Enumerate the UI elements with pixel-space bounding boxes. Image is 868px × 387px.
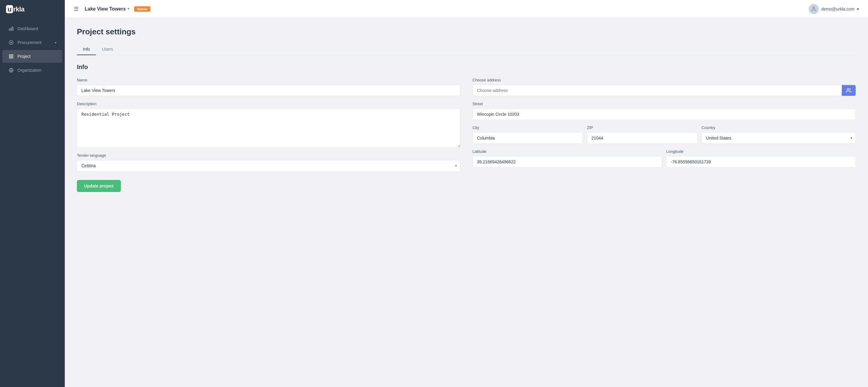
name-input[interactable] (77, 85, 461, 96)
address-input-wrapper (472, 85, 856, 96)
tender-language-group: Tender language Čeština English Deutsch … (77, 153, 461, 172)
svg-point-12 (847, 88, 849, 90)
update-project-button[interactable]: Update project (77, 180, 121, 192)
longitude-input[interactable] (666, 156, 856, 168)
city-label: City (472, 125, 583, 130)
longitude-group: Longitude (666, 149, 856, 168)
latitude-input[interactable] (472, 156, 662, 168)
project-name-text: Lake View Towers (85, 6, 126, 12)
sidebar-item-dashboard[interactable]: Dashboard (2, 22, 62, 35)
page-title: Project settings (77, 27, 856, 36)
name-group: Name (77, 78, 461, 96)
chevron-down-icon: ▾ (55, 41, 56, 44)
tender-language-label: Tender language (77, 153, 461, 158)
longitude-label: Longitude (666, 149, 856, 154)
country-select[interactable]: United States Canada Germany Czech Repub… (702, 132, 856, 144)
choose-address-label: Choose address (472, 78, 856, 82)
user-chevron-icon: ▾ (857, 7, 859, 11)
sidebar: urkla Dashboard Procurement ▾ Project (0, 0, 65, 387)
zip-label: ZIP (587, 125, 698, 130)
svg-rect-1 (11, 28, 12, 30)
tender-language-select-wrapper: Čeština English Deutsch ▾ (77, 160, 461, 172)
name-label: Name (77, 78, 461, 82)
tender-language-select[interactable]: Čeština English Deutsch (77, 160, 461, 172)
svg-rect-6 (11, 55, 13, 56)
svg-rect-5 (9, 55, 11, 56)
sidebar-item-procurement[interactable]: Procurement ▾ (2, 36, 62, 49)
avatar (809, 4, 819, 14)
section-title: Info (77, 64, 856, 70)
latitude-label: Latitude (472, 149, 662, 154)
tab-info[interactable]: Info (77, 44, 96, 55)
dashboard-label: Dashboard (18, 26, 38, 31)
description-group: Description Residential Project (77, 101, 461, 148)
tag-icon (8, 40, 14, 45)
svg-rect-0 (12, 27, 13, 30)
update-button-container: Update project (77, 177, 461, 192)
street-input[interactable] (472, 109, 856, 120)
logo: urkla (0, 0, 65, 19)
globe-icon (8, 67, 14, 73)
logo-letter: u (6, 5, 13, 13)
country-select-wrapper: United States Canada Germany Czech Repub… (702, 132, 856, 144)
right-column: Choose address Street Ci (472, 78, 856, 192)
svg-rect-8 (11, 57, 13, 58)
city-group: City (472, 125, 583, 144)
organization-label: Organization (18, 68, 41, 72)
svg-rect-7 (9, 57, 11, 58)
description-label: Description (77, 101, 461, 106)
project-chevron-icon: ▾ (127, 7, 129, 11)
sidebar-item-organization[interactable]: Organization (2, 64, 62, 77)
sidebar-item-project[interactable]: Project (2, 50, 62, 63)
country-label: Country (702, 125, 856, 130)
sidebar-nav: Dashboard Procurement ▾ Project Organiza… (0, 19, 65, 80)
zip-input[interactable] (587, 132, 698, 144)
street-group: Street (472, 101, 856, 120)
user-email: demo@urkla.com (821, 7, 855, 11)
bar-chart-icon (8, 26, 14, 31)
project-selector[interactable]: Lake View Towers ▾ (85, 6, 129, 12)
choose-address-input[interactable] (473, 85, 842, 96)
procurement-label: Procurement (18, 40, 41, 45)
tab-users[interactable]: Users (96, 44, 119, 55)
svg-rect-2 (9, 29, 10, 30)
project-label: Project (18, 54, 31, 59)
svg-point-4 (10, 42, 12, 43)
form-grid: Name Description Residential Project Ten… (77, 78, 856, 192)
country-group: Country United States Canada Germany Cze… (702, 125, 856, 144)
starter-badge: Starter (134, 6, 150, 12)
svg-point-3 (9, 40, 13, 44)
hamburger-icon[interactable]: ☰ (74, 6, 79, 12)
latitude-group: Latitude (472, 149, 662, 168)
grid-icon (8, 54, 14, 59)
street-label: Street (472, 101, 856, 106)
choose-address-group: Choose address (472, 78, 856, 96)
left-column: Name Description Residential Project Ten… (77, 78, 461, 192)
main-content: ☰ Lake View Towers ▾ Starter demo@urkla.… (65, 0, 868, 387)
description-textarea[interactable]: Residential Project (77, 109, 461, 148)
address-lookup-button[interactable] (842, 85, 856, 96)
lat-lng-group: Latitude Longitude (472, 149, 856, 168)
zip-group: ZIP (587, 125, 698, 144)
topbar: ☰ Lake View Towers ▾ Starter demo@urkla.… (65, 0, 868, 18)
page-content: Project settings Info Users Info Name De… (65, 18, 868, 387)
city-input[interactable] (472, 132, 583, 144)
tabs: Info Users (77, 44, 856, 55)
user-menu[interactable]: demo@urkla.com ▾ (809, 4, 859, 14)
city-zip-country-group: City ZIP Country United States Canada (472, 125, 856, 144)
svg-point-11 (813, 7, 815, 9)
